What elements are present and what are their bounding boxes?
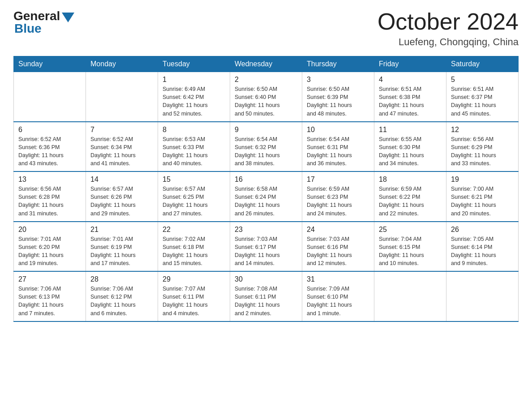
day-number: 14 bbox=[90, 176, 153, 184]
day-info: Sunrise: 6:55 AM Sunset: 6:30 PM Dayligh… bbox=[379, 135, 442, 168]
day-info: Sunrise: 7:05 AM Sunset: 6:14 PM Dayligh… bbox=[451, 235, 514, 268]
header-row: SundayMondayTuesdayWednesdayThursdayFrid… bbox=[14, 56, 519, 72]
column-header-thursday: Thursday bbox=[302, 56, 374, 72]
calendar-cell: 31Sunrise: 7:09 AM Sunset: 6:10 PM Dayli… bbox=[302, 271, 374, 321]
logo-blue-text: Blue bbox=[13, 21, 42, 36]
day-info: Sunrise: 6:58 AM Sunset: 6:24 PM Dayligh… bbox=[235, 185, 297, 218]
column-header-monday: Monday bbox=[86, 56, 158, 72]
calendar-cell: 17Sunrise: 6:59 AM Sunset: 6:23 PM Dayli… bbox=[302, 171, 374, 222]
day-info: Sunrise: 7:02 AM Sunset: 6:18 PM Dayligh… bbox=[163, 235, 225, 268]
day-info: Sunrise: 7:01 AM Sunset: 6:20 PM Dayligh… bbox=[18, 235, 81, 268]
day-number: 10 bbox=[307, 126, 369, 134]
calendar-cell: 29Sunrise: 7:07 AM Sunset: 6:11 PM Dayli… bbox=[158, 271, 230, 321]
day-number: 20 bbox=[18, 226, 81, 234]
day-number: 21 bbox=[90, 226, 153, 234]
day-info: Sunrise: 7:07 AM Sunset: 6:11 PM Dayligh… bbox=[163, 285, 225, 317]
day-info: Sunrise: 6:54 AM Sunset: 6:31 PM Dayligh… bbox=[307, 135, 369, 168]
day-number: 15 bbox=[163, 176, 225, 184]
week-row-2: 6Sunrise: 6:52 AM Sunset: 6:36 PM Daylig… bbox=[14, 122, 519, 172]
day-number: 26 bbox=[451, 226, 514, 234]
day-info: Sunrise: 6:54 AM Sunset: 6:32 PM Dayligh… bbox=[235, 135, 297, 168]
day-number: 23 bbox=[235, 226, 297, 234]
calendar-header: SundayMondayTuesdayWednesdayThursdayFrid… bbox=[14, 56, 519, 72]
day-info: Sunrise: 6:51 AM Sunset: 6:37 PM Dayligh… bbox=[451, 85, 514, 118]
calendar-cell: 6Sunrise: 6:52 AM Sunset: 6:36 PM Daylig… bbox=[14, 122, 86, 172]
week-row-1: 1Sunrise: 6:49 AM Sunset: 6:42 PM Daylig… bbox=[14, 72, 519, 122]
week-row-4: 20Sunrise: 7:01 AM Sunset: 6:20 PM Dayli… bbox=[14, 222, 519, 272]
day-number: 1 bbox=[163, 76, 225, 84]
week-row-3: 13Sunrise: 6:56 AM Sunset: 6:28 PM Dayli… bbox=[14, 171, 519, 222]
day-number: 12 bbox=[451, 126, 514, 134]
logo-arrow-icon bbox=[62, 13, 74, 22]
calendar-cell: 23Sunrise: 7:03 AM Sunset: 6:17 PM Dayli… bbox=[230, 222, 302, 272]
location-title: Luefeng, Chongqing, China bbox=[378, 36, 519, 48]
calendar-cell: 25Sunrise: 7:04 AM Sunset: 6:15 PM Dayli… bbox=[374, 222, 446, 272]
calendar-cell bbox=[374, 271, 446, 321]
calendar-cell: 8Sunrise: 6:53 AM Sunset: 6:33 PM Daylig… bbox=[158, 122, 230, 172]
day-number: 16 bbox=[235, 176, 297, 184]
day-info: Sunrise: 6:50 AM Sunset: 6:39 PM Dayligh… bbox=[307, 85, 369, 118]
day-number: 3 bbox=[307, 76, 369, 84]
calendar-cell: 13Sunrise: 6:56 AM Sunset: 6:28 PM Dayli… bbox=[14, 171, 86, 222]
day-info: Sunrise: 6:56 AM Sunset: 6:28 PM Dayligh… bbox=[18, 185, 81, 218]
column-header-saturday: Saturday bbox=[446, 56, 519, 72]
title-block: October 2024 Luefeng, Chongqing, China bbox=[378, 9, 519, 48]
day-number: 5 bbox=[451, 76, 514, 84]
day-info: Sunrise: 7:03 AM Sunset: 6:16 PM Dayligh… bbox=[307, 235, 369, 268]
day-info: Sunrise: 7:03 AM Sunset: 6:17 PM Dayligh… bbox=[235, 235, 297, 268]
day-number: 30 bbox=[235, 275, 297, 283]
day-number: 2 bbox=[235, 76, 297, 84]
calendar-cell bbox=[446, 271, 519, 321]
calendar-cell: 18Sunrise: 6:59 AM Sunset: 6:22 PM Dayli… bbox=[374, 171, 446, 222]
day-number: 27 bbox=[18, 275, 81, 283]
day-number: 11 bbox=[379, 126, 442, 134]
day-number: 19 bbox=[451, 176, 514, 184]
day-info: Sunrise: 7:09 AM Sunset: 6:10 PM Dayligh… bbox=[307, 285, 369, 317]
day-info: Sunrise: 6:52 AM Sunset: 6:34 PM Dayligh… bbox=[90, 135, 153, 168]
calendar-cell: 15Sunrise: 6:57 AM Sunset: 6:25 PM Dayli… bbox=[158, 171, 230, 222]
calendar-cell: 27Sunrise: 7:06 AM Sunset: 6:13 PM Dayli… bbox=[14, 271, 86, 321]
day-number: 17 bbox=[307, 176, 369, 184]
calendar-cell: 2Sunrise: 6:50 AM Sunset: 6:40 PM Daylig… bbox=[230, 72, 302, 122]
day-info: Sunrise: 6:59 AM Sunset: 6:23 PM Dayligh… bbox=[307, 185, 369, 218]
day-info: Sunrise: 7:06 AM Sunset: 6:12 PM Dayligh… bbox=[90, 285, 153, 317]
day-info: Sunrise: 7:08 AM Sunset: 6:11 PM Dayligh… bbox=[235, 285, 297, 317]
day-info: Sunrise: 6:53 AM Sunset: 6:33 PM Dayligh… bbox=[163, 135, 225, 168]
calendar-cell: 11Sunrise: 6:55 AM Sunset: 6:30 PM Dayli… bbox=[374, 122, 446, 172]
day-info: Sunrise: 6:50 AM Sunset: 6:40 PM Dayligh… bbox=[235, 85, 297, 118]
day-number: 9 bbox=[235, 126, 297, 134]
day-number: 25 bbox=[379, 226, 442, 234]
calendar-cell: 21Sunrise: 7:01 AM Sunset: 6:19 PM Dayli… bbox=[86, 222, 158, 272]
calendar-cell bbox=[86, 72, 158, 122]
page-header: General Blue October 2024 Luefeng, Chong… bbox=[13, 9, 519, 48]
calendar-table: SundayMondayTuesdayWednesdayThursdayFrid… bbox=[13, 56, 519, 322]
day-info: Sunrise: 6:59 AM Sunset: 6:22 PM Dayligh… bbox=[379, 185, 442, 218]
day-info: Sunrise: 6:51 AM Sunset: 6:38 PM Dayligh… bbox=[379, 85, 442, 118]
column-header-friday: Friday bbox=[374, 56, 446, 72]
day-info: Sunrise: 6:57 AM Sunset: 6:25 PM Dayligh… bbox=[163, 185, 225, 218]
calendar-cell: 10Sunrise: 6:54 AM Sunset: 6:31 PM Dayli… bbox=[302, 122, 374, 172]
calendar-cell: 22Sunrise: 7:02 AM Sunset: 6:18 PM Dayli… bbox=[158, 222, 230, 272]
calendar-cell: 3Sunrise: 6:50 AM Sunset: 6:39 PM Daylig… bbox=[302, 72, 374, 122]
calendar-cell: 26Sunrise: 7:05 AM Sunset: 6:14 PM Dayli… bbox=[446, 222, 519, 272]
calendar-cell: 12Sunrise: 6:56 AM Sunset: 6:29 PM Dayli… bbox=[446, 122, 519, 172]
calendar-body: 1Sunrise: 6:49 AM Sunset: 6:42 PM Daylig… bbox=[14, 72, 519, 321]
day-info: Sunrise: 7:06 AM Sunset: 6:13 PM Dayligh… bbox=[18, 285, 81, 317]
column-header-sunday: Sunday bbox=[14, 56, 86, 72]
day-info: Sunrise: 7:01 AM Sunset: 6:19 PM Dayligh… bbox=[90, 235, 153, 268]
day-info: Sunrise: 6:49 AM Sunset: 6:42 PM Dayligh… bbox=[163, 85, 225, 118]
calendar-cell: 14Sunrise: 6:57 AM Sunset: 6:26 PM Dayli… bbox=[86, 171, 158, 222]
day-number: 18 bbox=[379, 176, 442, 184]
month-title: October 2024 bbox=[378, 9, 519, 34]
calendar-cell: 7Sunrise: 6:52 AM Sunset: 6:34 PM Daylig… bbox=[86, 122, 158, 172]
calendar-cell: 9Sunrise: 6:54 AM Sunset: 6:32 PM Daylig… bbox=[230, 122, 302, 172]
calendar-cell: 1Sunrise: 6:49 AM Sunset: 6:42 PM Daylig… bbox=[158, 72, 230, 122]
day-info: Sunrise: 6:57 AM Sunset: 6:26 PM Dayligh… bbox=[90, 185, 153, 218]
day-number: 31 bbox=[307, 275, 369, 283]
day-number: 6 bbox=[18, 126, 81, 134]
week-row-5: 27Sunrise: 7:06 AM Sunset: 6:13 PM Dayli… bbox=[14, 271, 519, 321]
column-header-tuesday: Tuesday bbox=[158, 56, 230, 72]
day-number: 28 bbox=[90, 275, 153, 283]
day-number: 22 bbox=[163, 226, 225, 234]
day-info: Sunrise: 7:04 AM Sunset: 6:15 PM Dayligh… bbox=[379, 235, 442, 268]
